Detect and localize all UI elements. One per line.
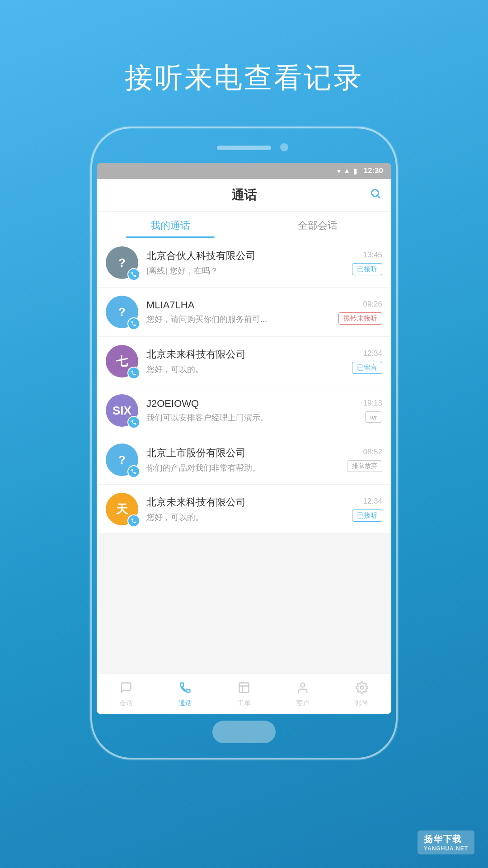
nav-item-工单[interactable]: 工单: [215, 681, 273, 708]
status-bar: ▾ ▲ ▮ 12:30: [97, 163, 391, 179]
call-list: ? 北京合伙人科技有限公司 [离线] 您好，在吗？ 13:45 已接听 ?: [97, 238, 391, 674]
watermark: 扬华下载 YANGHUA.NET: [418, 830, 474, 854]
svg-point-5: [301, 683, 305, 687]
status-icons: ▾ ▲ ▮ 12:30: [337, 166, 383, 175]
avatar: ?: [106, 246, 138, 279]
phone-mockup: ▾ ▲ ▮ 12:30 通话 我的通话 全部会话: [90, 127, 398, 760]
call-status-badge: 已接听: [352, 263, 382, 275]
call-item[interactable]: ? 北京合伙人科技有限公司 [离线] 您好，在吗？ 13:45 已接听: [97, 238, 391, 288]
call-time: 19:13: [363, 399, 382, 408]
battery-icon: ▮: [353, 167, 357, 175]
nav-label: 工单: [237, 699, 251, 708]
call-meta: 12:34 已留言: [352, 349, 382, 374]
search-icon[interactable]: [370, 188, 381, 203]
call-item[interactable]: 天 北京未来科技有限公司 您好，可以的。 12:34 已接听: [97, 485, 391, 534]
call-meta: 12:34 已接听: [352, 497, 382, 522]
call-info: 北京合伙人科技有限公司 [离线] 您好，在吗？: [146, 249, 347, 276]
nav-icon: [238, 681, 250, 697]
call-status-badge: 已留言: [352, 362, 382, 374]
call-time: 08:52: [363, 448, 382, 457]
phone-home-button[interactable]: [212, 721, 276, 743]
phone-camera: [280, 143, 288, 151]
phone-badge: [127, 416, 140, 429]
call-name: 北京未来科技有限公司: [146, 495, 347, 509]
call-meta: 08:52 排队放弃: [347, 448, 382, 472]
nav-label: 客户: [296, 699, 310, 708]
call-status-badge: 已接听: [352, 509, 382, 522]
call-info: J2OEIOWQ 我们可以安排客户经理上门演示。: [146, 398, 358, 423]
call-preview: 你们的产品对我们非常有帮助。: [146, 462, 343, 473]
wifi-icon: ▾: [337, 167, 341, 175]
call-info: 北京未来科技有限公司 您好，可以的。: [146, 348, 347, 375]
signal-icon: ▲: [343, 167, 351, 175]
phone-badge: [127, 514, 140, 527]
avatar: 七: [106, 345, 138, 377]
nav-icon: [356, 681, 368, 697]
phone-screen: ▾ ▲ ▮ 12:30 通话 我的通话 全部会话: [97, 163, 391, 714]
phone-badge: [127, 317, 140, 330]
call-time: 12:34: [363, 497, 382, 506]
nav-label: 会话: [119, 699, 133, 708]
avatar: ?: [106, 296, 138, 328]
nav-item-账号[interactable]: 账号: [333, 681, 391, 708]
status-time: 12:30: [364, 166, 383, 175]
call-name: MLIA7LHA: [146, 299, 334, 311]
call-preview: 您好，可以的。: [146, 512, 347, 523]
call-item[interactable]: ? 北京上市股份有限公司 你们的产品对我们非常有帮助。 08:52 排队放弃: [97, 435, 391, 485]
nav-icon: [120, 681, 132, 697]
call-time: 09:26: [363, 300, 382, 309]
nav-icon: [179, 681, 192, 697]
call-time: 12:34: [363, 349, 382, 358]
call-info: MLIA7LHA 您好，请问购买你们的服务前可...: [146, 299, 334, 325]
tab-my-calls[interactable]: 我的通话: [97, 212, 244, 238]
call-meta: 13:45 已接听: [352, 250, 382, 275]
tab-all-conversations[interactable]: 全部会话: [244, 212, 391, 238]
avatar: SIX: [106, 394, 138, 427]
nav-item-客户[interactable]: 客户: [273, 681, 332, 708]
call-info: 北京未来科技有限公司 您好，可以的。: [146, 495, 347, 523]
call-meta: 09:26 振铃未接听: [338, 300, 382, 325]
call-name: 北京合伙人科技有限公司: [146, 249, 347, 263]
call-time: 13:45: [363, 250, 382, 259]
call-item[interactable]: 七 北京未来科技有限公司 您好，可以的。 12:34 已留言: [97, 337, 391, 386]
bottom-nav: 会话 通话 工单 客户 账号: [97, 674, 391, 714]
call-name: 北京未来科技有限公司: [146, 348, 347, 361]
call-preview: 您好，可以的。: [146, 364, 347, 375]
phone-badge: [127, 367, 140, 379]
call-name: J2OEIOWQ: [146, 398, 358, 410]
avatar: ?: [106, 443, 138, 476]
phone-badge: [127, 465, 140, 478]
call-name: 北京上市股份有限公司: [146, 446, 343, 460]
call-preview: 您好，请问购买你们的服务前可...: [146, 314, 334, 325]
header-title: 通话: [231, 187, 257, 204]
nav-label: 账号: [355, 699, 369, 708]
app-header: 通话: [97, 179, 391, 212]
nav-icon: [296, 681, 309, 697]
call-preview: 我们可以安排客户经理上门演示。: [146, 412, 358, 423]
page-title: 接听来电查看记录: [0, 0, 488, 97]
call-preview: [离线] 您好，在吗？: [146, 265, 347, 276]
svg-rect-2: [239, 683, 249, 692]
nav-label: 通话: [178, 699, 192, 708]
nav-item-通话[interactable]: 通话: [155, 681, 214, 708]
call-item[interactable]: SIX J2OEIOWQ 我们可以安排客户经理上门演示。 19:13 ivr: [97, 386, 391, 435]
call-status-badge: ivr: [365, 411, 382, 423]
call-status-badge: 排队放弃: [347, 460, 382, 472]
call-meta: 19:13 ivr: [363, 399, 382, 423]
phone-badge: [127, 268, 140, 281]
call-item[interactable]: ? MLIA7LHA 您好，请问购买你们的服务前可... 09:26 振铃未接听: [97, 288, 391, 337]
svg-line-1: [378, 196, 380, 198]
call-info: 北京上市股份有限公司 你们的产品对我们非常有帮助。: [146, 446, 343, 473]
avatar: 天: [106, 493, 138, 525]
call-status-badge: 振铃未接听: [338, 312, 382, 325]
phone-speaker: [217, 146, 271, 150]
nav-item-会话[interactable]: 会话: [97, 681, 155, 708]
svg-point-6: [360, 686, 363, 689]
tabs: 我的通话 全部会话: [97, 212, 391, 238]
